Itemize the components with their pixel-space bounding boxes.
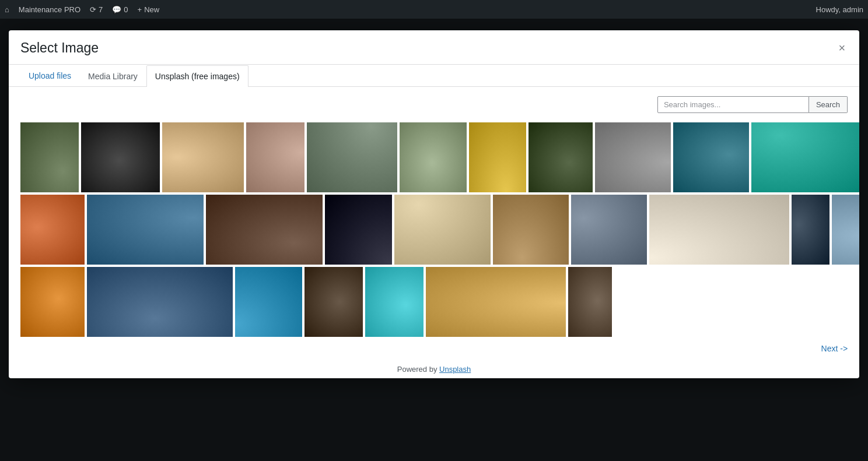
admin-bar-logo[interactable]: ⌂ (5, 5, 9, 14)
admin-bar-comments[interactable]: 💬 0 (112, 5, 128, 14)
admin-bar-howdy: Howdy, admin (816, 5, 863, 14)
admin-bar-updates[interactable]: ⟳ 7 (90, 5, 103, 14)
admin-bar: ⌂ Maintenance PRO ⟳ 7 💬 0 + New Howdy, a… (0, 0, 868, 19)
admin-bar-left: ⌂ Maintenance PRO ⟳ 7 💬 0 + New (5, 5, 159, 14)
admin-bar-site-name[interactable]: Maintenance PRO (19, 5, 80, 14)
admin-bar-new[interactable]: + New (138, 5, 160, 14)
